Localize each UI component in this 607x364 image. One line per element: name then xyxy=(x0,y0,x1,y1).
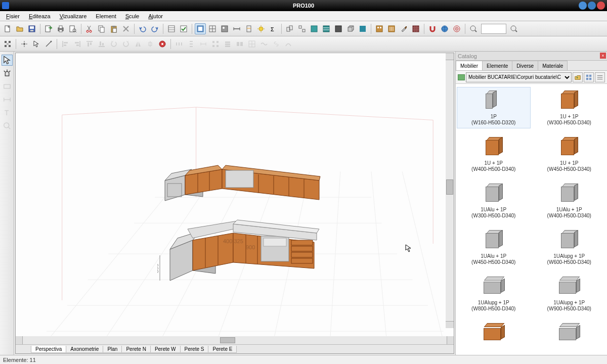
catalog-item[interactable]: 1P(W160-H500-D320) xyxy=(457,87,531,128)
red-target-button[interactable] xyxy=(157,38,168,50)
wave-button[interactable] xyxy=(258,38,270,50)
dimension-v-button[interactable] xyxy=(243,23,254,34)
view-dark-button[interactable] xyxy=(333,23,344,34)
snap-point-button[interactable] xyxy=(19,38,30,50)
view-tab-wall-w[interactable]: Perete W xyxy=(150,346,181,353)
zoom-tool[interactable] xyxy=(2,120,13,131)
material-button[interactable] xyxy=(357,23,368,34)
dimension-h-button[interactable] xyxy=(231,23,242,34)
align-top-button[interactable] xyxy=(84,38,95,50)
save-button[interactable] xyxy=(26,23,37,34)
catalog-item[interactable] xyxy=(457,320,531,355)
zoom-input[interactable] xyxy=(481,24,506,34)
link-button[interactable] xyxy=(271,38,282,50)
catalog-item[interactable] xyxy=(533,320,606,355)
distribute-h-button[interactable] xyxy=(174,38,185,50)
view-3d-button[interactable] xyxy=(195,23,206,34)
tile-button[interactable] xyxy=(234,38,245,50)
copy-button[interactable] xyxy=(96,23,107,34)
view-wireframe-button[interactable] xyxy=(207,23,218,34)
catalog-tab-elemente[interactable]: Elemente xyxy=(482,61,512,70)
menu-edit[interactable]: Editeaza xyxy=(25,12,55,20)
paste-button[interactable] xyxy=(108,23,119,34)
path-button[interactable] xyxy=(283,38,294,50)
zoom-fit-button[interactable] xyxy=(508,23,519,34)
folder-up-button[interactable] xyxy=(573,72,583,82)
close-button[interactable] xyxy=(597,2,605,10)
menu-help[interactable]: Ajutor xyxy=(144,12,167,20)
target-button[interactable] xyxy=(451,23,462,34)
catalog-item[interactable]: 1UAlu + 1P(W300-H500-D340) xyxy=(457,180,531,221)
viewport-vscrollbar[interactable] xyxy=(446,53,454,328)
catalog-tab-mobilier[interactable]: Mobilier xyxy=(456,61,483,70)
array-button[interactable] xyxy=(210,38,221,50)
paint-button[interactable] xyxy=(398,23,409,34)
zoom-button[interactable] xyxy=(468,23,479,34)
magnet-button[interactable] xyxy=(427,23,438,34)
menu-tools[interactable]: Scule xyxy=(121,12,144,20)
redo-button[interactable] xyxy=(149,23,160,34)
dim-tool[interactable] xyxy=(2,94,13,105)
spacing-button[interactable] xyxy=(198,38,209,50)
print-preview-button[interactable] xyxy=(67,23,78,34)
delete-button[interactable] xyxy=(120,23,132,34)
catalog-path-select[interactable]: Mobilier BUCATARIE\Corpuri bucatarie\C xyxy=(466,72,572,82)
thumbnail-view-button[interactable] xyxy=(584,72,594,82)
grid-red-button[interactable] xyxy=(410,23,421,34)
calc2-button[interactable] xyxy=(386,23,397,34)
catalog-item[interactable]: 1UAlupg + 1P(W800-H500-D340) xyxy=(457,273,531,314)
distribute-v-button[interactable] xyxy=(186,38,197,50)
center-button[interactable] xyxy=(145,38,156,50)
properties-button[interactable] xyxy=(166,23,177,34)
viewport[interactable]: 400 325 900 300 xyxy=(16,53,454,336)
sigma-button[interactable]: Σ xyxy=(268,23,279,34)
view-tab-wall-e[interactable]: Perete E xyxy=(208,346,237,353)
light-button[interactable] xyxy=(255,23,267,34)
catalog-item[interactable]: 1UAlupg + 1P(W600-H500-D340) xyxy=(533,226,606,268)
menu-element[interactable]: Element xyxy=(92,12,120,20)
catalog-item[interactable]: 1UAlupg + 1P(W900-H500-D340) xyxy=(533,273,606,314)
maximize-button[interactable] xyxy=(588,2,596,10)
align-right-button[interactable] xyxy=(72,38,83,50)
catalog-item[interactable]: 1U + 1P(W300-H500-D340) xyxy=(533,87,606,128)
view-tab-axonometry[interactable]: Axonometrie xyxy=(66,346,103,353)
list-view-button[interactable] xyxy=(595,72,605,82)
catalog-tab-materiale[interactable]: Materiale xyxy=(538,61,568,70)
catalog-item[interactable]: 1UAlu + 1P(W450-H500-D340) xyxy=(457,226,531,268)
ungroup-button[interactable] xyxy=(296,23,308,34)
catalog-item[interactable]: 1U + 1P(W450-H500-D340) xyxy=(533,133,606,175)
globe-button[interactable] xyxy=(439,23,450,34)
checklist-button[interactable] xyxy=(178,23,189,34)
view-tab-perspective[interactable]: Perspectiva xyxy=(31,346,66,353)
edit-line-button[interactable] xyxy=(43,38,54,50)
grid-button[interactable] xyxy=(246,38,257,50)
selection-tool[interactable] xyxy=(2,55,13,66)
box-button[interactable] xyxy=(345,23,356,34)
catalog-tab-diverse[interactable]: Diverse xyxy=(512,61,538,70)
view-texture-button[interactable] xyxy=(321,23,332,34)
calc1-button[interactable] xyxy=(374,23,385,34)
minimize-button[interactable] xyxy=(579,2,587,10)
stack-button[interactable] xyxy=(222,38,233,50)
align-bottom-button[interactable] xyxy=(96,38,107,50)
catalog-close-button[interactable]: × xyxy=(600,53,606,59)
view-render-button[interactable] xyxy=(219,23,230,34)
menu-view[interactable]: Vizualizare xyxy=(56,12,91,20)
menu-file[interactable]: Fisier xyxy=(2,12,24,20)
view-tab-plan[interactable]: Plan xyxy=(103,346,122,353)
viewport-hscrollbar[interactable] xyxy=(16,336,454,344)
export-button[interactable] xyxy=(43,23,54,34)
select-arrow-button[interactable] xyxy=(31,38,42,50)
text-tool[interactable]: T xyxy=(2,107,13,118)
view-tab-wall-n[interactable]: Perete N xyxy=(121,346,150,353)
group-button[interactable] xyxy=(284,23,295,34)
align-left-button[interactable] xyxy=(60,38,71,50)
mirror-button[interactable] xyxy=(133,38,144,50)
rotate-right-button[interactable] xyxy=(120,38,132,50)
catalog-item[interactable]: 1UAlu + 1P(W400-H500-D340) xyxy=(533,180,606,221)
new-button[interactable] xyxy=(2,23,13,34)
rect-tool[interactable] xyxy=(2,81,13,92)
view-tab-wall-s[interactable]: Perete S xyxy=(180,346,209,353)
print-button[interactable] xyxy=(55,23,66,34)
view-solid-button[interactable] xyxy=(309,23,320,34)
